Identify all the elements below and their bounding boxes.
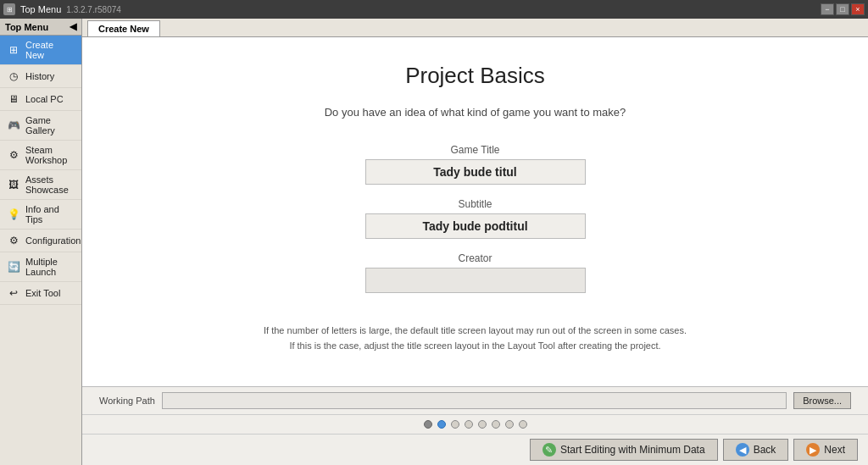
configuration-icon: ⚙ <box>7 234 20 247</box>
app-body: Top Menu ◀ ⊞ Create New ◷ History 🖥 Loca… <box>0 19 868 465</box>
creator-group: Creator <box>348 252 603 293</box>
sidebar-item-local-pc[interactable]: 🖥 Local PC <box>0 88 81 111</box>
tab-bar: Create New <box>82 19 868 37</box>
next-icon: ▶ <box>806 443 820 457</box>
sidebar-item-label: Info and Tips <box>25 204 75 224</box>
sidebar-collapse-icon[interactable]: ◀ <box>70 21 76 32</box>
sidebar-item-info-and-tips[interactable]: 💡 Info and Tips <box>0 200 81 230</box>
sidebar-item-assets-showcase[interactable]: 🖼 Assets Showcase <box>0 170 81 200</box>
close-button[interactable]: × <box>851 3 865 15</box>
title-bar-left: ⊞ Top Menu 1.3.2.7.r58074 <box>3 3 121 15</box>
subtitle-input[interactable] <box>365 213 586 239</box>
sidebar: Top Menu ◀ ⊞ Create New ◷ History 🖥 Loca… <box>0 19 82 465</box>
info-text: If the number of letters is large, the d… <box>264 324 687 353</box>
progress-dot-5 <box>478 420 487 429</box>
sidebar-item-label: Configuration <box>25 235 81 246</box>
app-title: Top Menu <box>20 4 61 14</box>
game-gallery-icon: 🎮 <box>7 119 20 132</box>
sidebar-title: Top Menu <box>5 22 48 32</box>
steam-workshop-icon: ⚙ <box>7 148 20 162</box>
page-title: Project Basics <box>405 63 545 89</box>
back-icon: ◀ <box>736 443 749 457</box>
exit-tool-icon: ↩ <box>7 286 20 300</box>
sidebar-item-label: Assets Showcase <box>25 174 75 195</box>
progress-dot-7 <box>505 420 514 429</box>
subtitle-label: Subtitle <box>458 198 492 210</box>
sidebar-item-game-gallery[interactable]: 🎮 Game Gallery <box>0 111 81 141</box>
sidebar-item-label: Create New <box>25 40 75 60</box>
restore-button[interactable]: □ <box>836 3 849 15</box>
dots-row <box>82 415 868 434</box>
sidebar-header: Top Menu ◀ <box>0 19 81 36</box>
progress-dot-2 <box>437 420 446 429</box>
back-label: Back <box>754 444 776 456</box>
sidebar-item-label: Game Gallery <box>25 115 75 136</box>
game-title-label: Game Title <box>450 144 499 156</box>
subtitle-question: Do you have an idea of what kind of game… <box>325 106 626 119</box>
next-button[interactable]: ▶ Next <box>793 439 858 461</box>
sidebar-item-exit-tool[interactable]: ↩ Exit Tool <box>0 282 81 305</box>
next-label: Next <box>824 444 845 456</box>
multiple-launch-icon: 🔄 <box>7 260 20 274</box>
app-icon: ⊞ <box>3 3 15 15</box>
back-button[interactable]: ◀ Back <box>723 439 789 461</box>
working-path-label: Working Path <box>99 396 155 406</box>
main-content: Create New Project Basics Do you have an… <box>82 19 868 465</box>
sidebar-item-label: Exit Tool <box>25 288 60 298</box>
progress-dot-6 <box>492 420 500 429</box>
sidebar-item-create-new[interactable]: ⊞ Create New <box>0 36 81 65</box>
content-area: Project Basics Do you have an idea of wh… <box>82 37 868 386</box>
sidebar-item-label: History <box>25 71 54 81</box>
creator-label: Creator <box>458 252 492 264</box>
local-pc-icon: 🖥 <box>7 92 20 106</box>
version-label: 1.3.2.7.r58074 <box>66 5 121 14</box>
start-editing-button[interactable]: ✎ Start Editing with Minimum Data <box>530 439 718 461</box>
sidebar-item-label: Multiple Launch <box>25 257 75 277</box>
tab-create-new[interactable]: Create New <box>87 20 160 36</box>
history-icon: ◷ <box>7 69 20 83</box>
working-path-input[interactable] <box>162 392 787 409</box>
start-editing-label: Start Editing with Minimum Data <box>560 444 705 456</box>
progress-dot-4 <box>465 420 473 429</box>
sidebar-item-label: Local PC <box>25 94 64 104</box>
title-bar-controls: − □ × <box>821 3 865 15</box>
action-row: ✎ Start Editing with Minimum Data ◀ Back… <box>82 434 868 465</box>
bottom-bar: Working Path Browse... ✎ Start Editing <box>82 386 868 465</box>
browse-button[interactable]: Browse... <box>793 392 851 409</box>
minimize-button[interactable]: − <box>821 3 834 15</box>
sidebar-item-multiple-launch[interactable]: 🔄 Multiple Launch <box>0 252 81 282</box>
sidebar-item-configuration[interactable]: ⚙ Configuration <box>0 230 81 252</box>
creator-input[interactable] <box>365 268 586 293</box>
sidebar-item-label: Steam Workshop <box>25 145 75 165</box>
working-path-row: Working Path Browse... <box>82 387 868 415</box>
title-bar: ⊞ Top Menu 1.3.2.7.r58074 − □ × <box>0 0 868 19</box>
assets-showcase-icon: 🖼 <box>7 178 20 191</box>
sidebar-item-history[interactable]: ◷ History <box>0 65 81 88</box>
info-icon: 💡 <box>7 208 20 221</box>
start-editing-icon: ✎ <box>542 443 556 457</box>
progress-dot-8 <box>519 420 527 429</box>
game-title-group: Game Title <box>348 144 603 185</box>
progress-dot-3 <box>451 420 459 429</box>
sidebar-item-steam-workshop[interactable]: ⚙ Steam Workshop <box>0 141 81 170</box>
create-new-icon: ⊞ <box>7 43 20 57</box>
subtitle-group: Subtitle <box>348 198 603 239</box>
progress-dot-1 <box>424 420 432 429</box>
game-title-input[interactable] <box>365 159 586 185</box>
